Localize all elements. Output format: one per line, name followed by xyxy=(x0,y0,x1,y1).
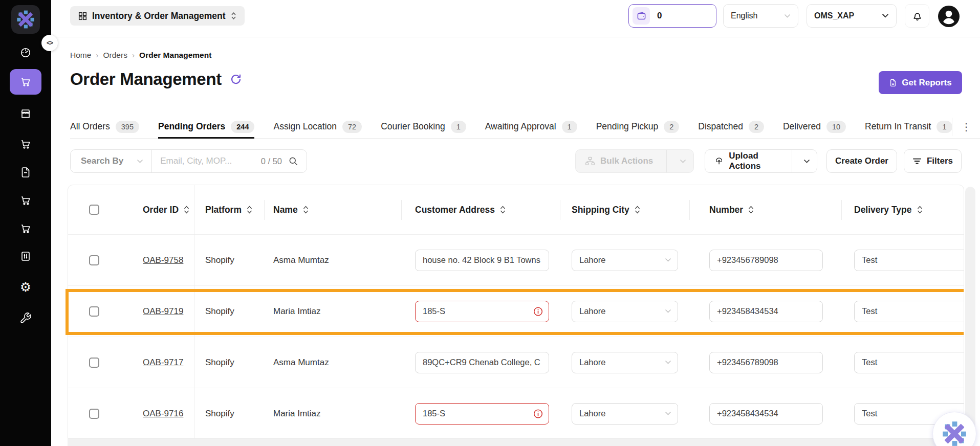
column-label: Name xyxy=(273,205,298,215)
order-id-link[interactable]: OAB-9758 xyxy=(143,255,183,265)
sidebar-item-settings[interactable]: ⚙ xyxy=(0,275,51,299)
bulk-actions-button[interactable]: Bulk Actions xyxy=(575,149,694,173)
sort-icon[interactable] xyxy=(500,205,506,214)
order-id-link[interactable]: OAB-9717 xyxy=(143,358,183,368)
row-checkbox[interactable] xyxy=(89,255,99,265)
horizontal-scrollbar[interactable] xyxy=(68,439,964,446)
app-logo[interactable] xyxy=(11,5,40,34)
organization-select[interactable]: OMS_XAP xyxy=(807,4,897,28)
breadcrumb-home[interactable]: Home xyxy=(70,51,91,60)
address-error-info-icon[interactable] xyxy=(533,306,543,316)
app-switcher[interactable]: Inventory & Order Management xyxy=(70,6,245,26)
tab-assign-location[interactable]: Assign Location 72 xyxy=(273,115,362,139)
phone-number-input[interactable] xyxy=(709,352,823,373)
delivery-type-input[interactable] xyxy=(854,301,964,322)
upload-actions-button[interactable]: Upload Actions xyxy=(705,149,817,173)
sort-icon[interactable] xyxy=(303,205,309,214)
address-field-wrap-error xyxy=(415,301,549,322)
row-checkbox[interactable] xyxy=(89,306,99,317)
asterisk-logo-icon xyxy=(16,10,35,29)
column-label: Platform xyxy=(205,205,242,215)
tab-all-orders[interactable]: All Orders 395 xyxy=(70,115,139,139)
shipping-city-select[interactable]: Lahore xyxy=(572,403,678,425)
tab-courier-booking[interactable]: Courier Booking 1 xyxy=(381,115,466,139)
shipping-city-select[interactable]: Lahore xyxy=(572,301,678,322)
column-header-customer-address[interactable]: Customer Address xyxy=(401,185,560,234)
search-by-select[interactable]: Search By xyxy=(71,156,151,166)
phone-number-input[interactable] xyxy=(709,301,823,322)
sort-icon[interactable] xyxy=(247,205,252,214)
get-reports-button[interactable]: Get Reports xyxy=(879,71,962,94)
up-down-chevron-icon xyxy=(231,12,236,20)
address-error-info-icon[interactable] xyxy=(533,409,543,418)
customer-address-input-error[interactable] xyxy=(415,301,549,322)
search-button[interactable] xyxy=(288,156,298,166)
sidebar-item-store[interactable] xyxy=(0,101,51,126)
report-document-icon xyxy=(889,78,897,87)
create-order-button[interactable]: Create Order xyxy=(826,149,897,173)
tab-return-in-transit[interactable]: Return In Transit 1 xyxy=(865,115,952,139)
table-header-row: Order ID Platform Name Customer Address xyxy=(68,185,964,235)
breadcrumb-orders[interactable]: Orders xyxy=(103,51,127,60)
delivery-type-input[interactable] xyxy=(854,352,964,373)
notifications-button[interactable] xyxy=(905,4,929,28)
language-value: English xyxy=(731,11,757,20)
customer-address-input[interactable] xyxy=(415,352,549,373)
search-input[interactable] xyxy=(152,156,261,166)
cart-icon xyxy=(19,222,32,235)
customer-address-input[interactable] xyxy=(415,250,549,271)
upload-actions-dropdown[interactable] xyxy=(797,150,817,172)
sidebar-item-controls[interactable] xyxy=(0,244,51,269)
user-avatar[interactable] xyxy=(938,5,960,28)
column-header-number[interactable]: Number xyxy=(689,185,841,234)
sidebar-item-documents[interactable] xyxy=(0,160,51,185)
sidebar-item-orders[interactable] xyxy=(10,69,41,95)
phone-number-input[interactable] xyxy=(709,403,823,425)
sort-icon[interactable] xyxy=(917,205,923,214)
tab-awaiting-approval[interactable]: Awaiting Approval 1 xyxy=(485,115,577,139)
bulk-actions-dropdown[interactable] xyxy=(672,150,693,172)
tab-count-badge: 10 xyxy=(826,121,846,133)
tab-dispatched[interactable]: Dispatched 2 xyxy=(698,115,764,139)
tabs-more-button[interactable]: ⋮ xyxy=(952,118,980,136)
sidebar-item-cart-secondary[interactable] xyxy=(0,132,51,157)
shipping-city-select[interactable]: Lahore xyxy=(572,250,678,271)
shipping-city-value: Lahore xyxy=(579,409,605,418)
sort-icon[interactable] xyxy=(635,205,640,214)
column-header-shipping-city[interactable]: Shipping City xyxy=(560,185,689,234)
tab-count-badge: 72 xyxy=(342,121,362,133)
wallet-balance[interactable]: 0 xyxy=(628,4,716,28)
shipping-city-select[interactable]: Lahore xyxy=(572,352,678,373)
language-select[interactable]: English xyxy=(723,4,798,28)
main-area: Inventory & Order Management 0 English O xyxy=(51,0,980,446)
filters-button[interactable]: Filters xyxy=(904,149,962,173)
sidebar-item-cart-tertiary[interactable] xyxy=(0,188,51,213)
column-header-name[interactable]: Name xyxy=(264,185,401,234)
delivery-type-input[interactable] xyxy=(854,250,964,271)
tab-pending-orders[interactable]: Pending Orders 244 xyxy=(158,115,254,139)
sidebar-item-tools[interactable] xyxy=(0,306,51,330)
gear-icon: ⚙ xyxy=(20,281,31,294)
select-all-checkbox[interactable] xyxy=(89,205,99,215)
search-by-label: Search By xyxy=(81,156,123,166)
phone-number-input[interactable] xyxy=(709,250,823,271)
sidebar-item-cart-quaternary[interactable] xyxy=(0,216,51,241)
order-id-link[interactable]: OAB-9716 xyxy=(143,409,183,419)
page-title: Order Management xyxy=(70,70,222,89)
refresh-button[interactable] xyxy=(230,73,242,85)
title-row: Order Management xyxy=(70,70,242,89)
sidebar-collapse-button[interactable]: <> xyxy=(41,35,58,51)
vertical-scrollbar[interactable] xyxy=(965,187,975,439)
tab-count-badge: 395 xyxy=(116,121,139,133)
column-header-delivery-type[interactable]: Delivery Type xyxy=(841,185,964,234)
column-header-order-id[interactable]: Order ID xyxy=(120,185,194,234)
tab-delivered[interactable]: Delivered 10 xyxy=(783,115,846,139)
row-checkbox[interactable] xyxy=(89,409,99,419)
customer-address-input-error[interactable] xyxy=(415,403,549,425)
order-id-link[interactable]: OAB-9719 xyxy=(143,306,183,317)
sort-icon[interactable] xyxy=(184,205,189,214)
tab-pending-pickup[interactable]: Pending Pickup 2 xyxy=(596,115,680,139)
row-checkbox[interactable] xyxy=(89,358,99,368)
column-header-platform[interactable]: Platform xyxy=(194,185,264,234)
sort-icon[interactable] xyxy=(748,205,754,214)
